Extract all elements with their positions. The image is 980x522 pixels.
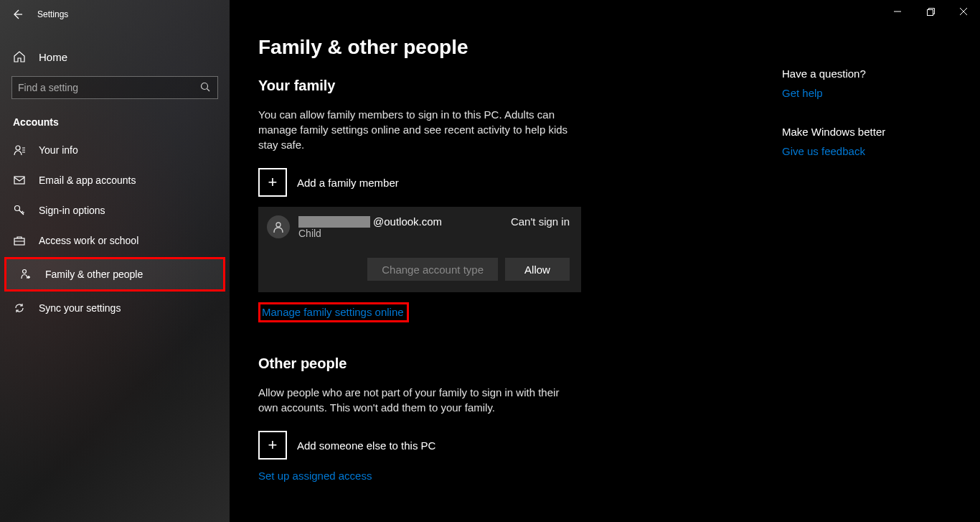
close-button[interactable] xyxy=(947,0,980,23)
search-box[interactable] xyxy=(11,76,218,99)
other-people-description: Allow people who are not part of your fa… xyxy=(258,385,574,415)
sidebar-item-signin[interactable]: Sign-in options xyxy=(0,195,230,225)
family-heading: Your family xyxy=(258,78,739,94)
titlebar-left: Settings xyxy=(0,0,230,29)
sidebar-item-label: Sign-in options xyxy=(39,205,105,216)
redacted-text xyxy=(298,216,370,228)
sidebar-item-label: Email & app accounts xyxy=(39,174,136,186)
minimize-button[interactable] xyxy=(881,0,914,23)
member-email: @outlook.com xyxy=(298,215,502,228)
main-area: Family & other people Your family You ca… xyxy=(230,0,980,522)
home-label: Home xyxy=(39,51,67,63)
svg-point-3 xyxy=(15,206,20,211)
sidebar-item-label: Sync your settings xyxy=(39,302,121,314)
window-controls xyxy=(881,0,980,23)
arrow-left-icon xyxy=(11,9,23,20)
plus-icon: + xyxy=(258,168,287,197)
manage-family-link[interactable]: Manage family settings online xyxy=(262,306,404,318)
sidebar-item-label: Family & other people xyxy=(45,269,143,280)
family-description: You can allow family members to sign in … xyxy=(258,107,574,152)
avatar xyxy=(267,215,290,238)
change-account-type-button: Change account type xyxy=(367,258,498,281)
briefcase-icon xyxy=(13,234,26,247)
person-icon xyxy=(272,220,285,233)
sync-icon xyxy=(13,302,26,314)
add-family-member-button[interactable]: + Add a family member xyxy=(258,168,739,197)
key-icon xyxy=(13,204,26,217)
sidebar-item-label: Your info xyxy=(39,144,78,156)
svg-point-7 xyxy=(276,223,281,227)
family-icon xyxy=(19,268,32,281)
svg-rect-2 xyxy=(14,177,24,184)
search-icon xyxy=(200,82,212,93)
nav-home[interactable]: Home xyxy=(0,42,230,72)
allow-button[interactable]: Allow xyxy=(505,258,570,281)
page-title: Family & other people xyxy=(258,36,739,59)
sidebar-item-email[interactable]: Email & app accounts xyxy=(0,165,230,195)
app-title: Settings xyxy=(37,9,68,19)
sidebar: Settings Home Accounts Your info Email &… xyxy=(0,0,230,522)
person-icon xyxy=(13,144,26,157)
get-help-link[interactable]: Get help xyxy=(782,87,823,99)
other-people-heading: Other people xyxy=(258,355,739,372)
svg-rect-6 xyxy=(927,9,933,15)
add-other-label: Add someone else to this PC xyxy=(297,439,435,452)
svg-point-1 xyxy=(16,146,20,150)
family-member-card[interactable]: @outlook.com Child Can't sign in Change … xyxy=(258,207,581,292)
svg-point-5 xyxy=(23,270,27,274)
sidebar-item-sync[interactable]: Sync your settings xyxy=(0,293,230,323)
sidebar-item-family[interactable]: Family & other people xyxy=(6,259,223,289)
setup-assigned-access-link[interactable]: Set up assigned access xyxy=(258,470,739,482)
highlight-box-manage-link: Manage family settings online xyxy=(258,302,409,322)
sidebar-item-label: Access work or school xyxy=(39,235,138,246)
mail-icon xyxy=(13,174,26,187)
have-question-heading: Have a question? xyxy=(782,67,969,80)
member-role: Child xyxy=(298,228,502,239)
home-icon xyxy=(13,50,26,63)
add-family-label: Add a family member xyxy=(297,177,399,189)
back-button[interactable] xyxy=(10,7,24,22)
plus-icon: + xyxy=(258,431,287,460)
sidebar-item-work[interactable]: Access work or school xyxy=(0,225,230,256)
minimize-icon xyxy=(894,8,901,15)
make-better-heading: Make Windows better xyxy=(782,126,969,138)
feedback-link[interactable]: Give us feedback xyxy=(782,145,865,157)
category-header: Accounts xyxy=(0,99,230,135)
maximize-button[interactable] xyxy=(914,0,947,23)
sidebar-item-your-info[interactable]: Your info xyxy=(0,135,230,165)
close-icon xyxy=(960,8,967,15)
maximize-icon xyxy=(927,8,935,16)
member-status: Can't sign in xyxy=(511,215,570,228)
highlight-box-family: Family & other people xyxy=(4,257,225,292)
member-email-suffix: @outlook.com xyxy=(373,215,442,228)
search-input[interactable] xyxy=(18,82,200,93)
add-other-person-button[interactable]: + Add someone else to this PC xyxy=(258,431,739,460)
svg-point-0 xyxy=(202,83,208,90)
